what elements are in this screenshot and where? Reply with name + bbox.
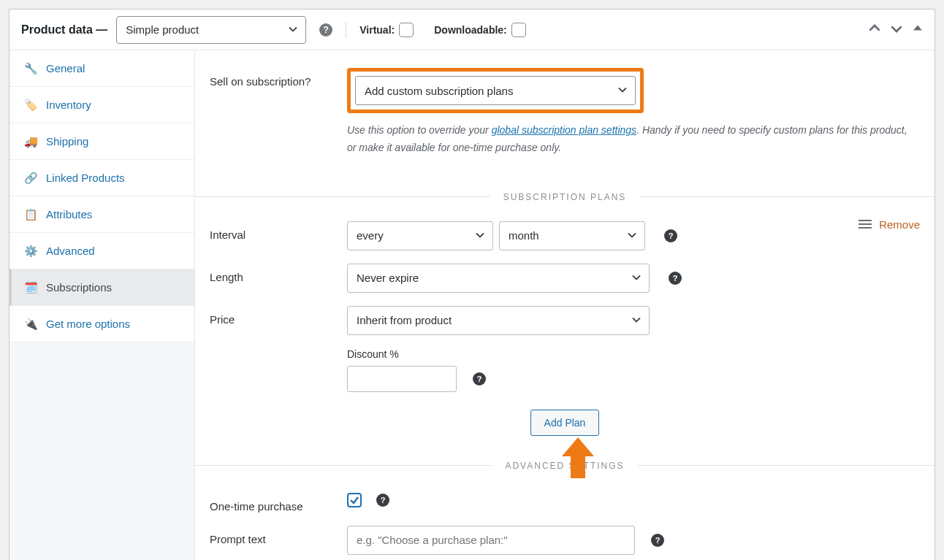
truck-icon: 🚚 <box>24 135 37 148</box>
tab-inventory[interactable]: 🏷️ Inventory <box>9 87 194 123</box>
global-settings-link[interactable]: global subscription plan settings <box>492 124 636 136</box>
move-down-icon[interactable] <box>891 23 902 37</box>
tab-get-more-options[interactable]: 🔌 Get more options <box>9 306 194 342</box>
interval-frequency-select[interactable]: every <box>347 221 493 250</box>
tab-advanced[interactable]: ⚙️ Advanced <box>9 233 194 269</box>
help-icon[interactable]: ? <box>376 494 389 507</box>
one-time-purchase-checkbox[interactable] <box>347 493 362 507</box>
help-icon[interactable]: ? <box>651 534 664 547</box>
help-icon[interactable]: ? <box>664 229 677 242</box>
tab-linked-products[interactable]: 🔗 Linked Products <box>9 160 194 196</box>
downloadable-checkbox-label: Downloadable: <box>434 23 526 37</box>
help-icon[interactable]: ? <box>473 372 486 386</box>
sell-on-subscription-select[interactable]: Add custom subscription plans <box>355 76 636 105</box>
tabs-sidebar: 🔧 General 🏷️ Inventory 🚚 Shipping 🔗 Link… <box>9 50 195 560</box>
panel-title: Product data — <box>21 23 107 37</box>
price-label: Price <box>210 306 347 326</box>
tab-general[interactable]: 🔧 General <box>9 50 194 87</box>
drag-handle-icon[interactable] <box>859 220 872 229</box>
product-type-select[interactable]: Simple product <box>116 16 306 44</box>
interval-label: Interval <box>210 221 347 241</box>
interval-unit-select[interactable]: month <box>499 221 645 250</box>
content-area: Sell on subscription? Add custom subscri… <box>195 50 935 560</box>
tag-icon: 🏷️ <box>24 99 37 112</box>
discount-input[interactable] <box>347 366 457 392</box>
help-icon[interactable]: ? <box>319 23 332 37</box>
product-data-panel: Product data — Simple product ? Virtual:… <box>9 9 935 560</box>
tab-subscriptions[interactable]: 🗓️ Subscriptions <box>9 269 194 306</box>
divider <box>346 22 346 38</box>
subscription-hint: Use this option to override your global … <box>347 122 917 157</box>
list-icon: 📋 <box>24 208 37 221</box>
add-plan-button[interactable]: Add Plan <box>530 410 600 436</box>
prompt-text-input[interactable] <box>347 526 635 555</box>
discount-label: Discount % <box>347 348 920 360</box>
help-icon[interactable]: ? <box>669 272 682 285</box>
plug-icon: 🔌 <box>24 318 37 331</box>
move-up-icon[interactable] <box>869 23 880 37</box>
gear-icon: ⚙️ <box>24 245 37 258</box>
highlight-box: Add custom subscription plans <box>347 68 644 113</box>
calendar-icon: 🗓️ <box>24 281 37 294</box>
collapse-icon[interactable] <box>913 23 923 37</box>
tab-attributes[interactable]: 📋 Attributes <box>9 196 194 233</box>
virtual-checkbox-label: Virtual: <box>359 23 414 37</box>
panel-header: Product data — Simple product ? Virtual:… <box>9 9 935 50</box>
one-time-purchase-label: One-time purchase <box>210 493 347 513</box>
length-select[interactable]: Never expire <box>347 264 650 293</box>
virtual-checkbox[interactable] <box>399 23 414 37</box>
remove-plan-button[interactable]: Remove <box>859 218 920 231</box>
wrench-icon: 🔧 <box>24 62 37 75</box>
subscription-plans-heading: SUBSCRIPTION PLANS <box>195 192 935 202</box>
price-select[interactable]: Inherit from product <box>347 306 650 335</box>
prompt-text-label: Prompt text <box>210 526 347 545</box>
downloadable-checkbox[interactable] <box>511 23 526 37</box>
tab-shipping[interactable]: 🚚 Shipping <box>9 123 194 160</box>
link-icon: 🔗 <box>24 172 37 185</box>
sell-on-subscription-label: Sell on subscription? <box>210 68 347 88</box>
length-label: Length <box>210 264 347 283</box>
